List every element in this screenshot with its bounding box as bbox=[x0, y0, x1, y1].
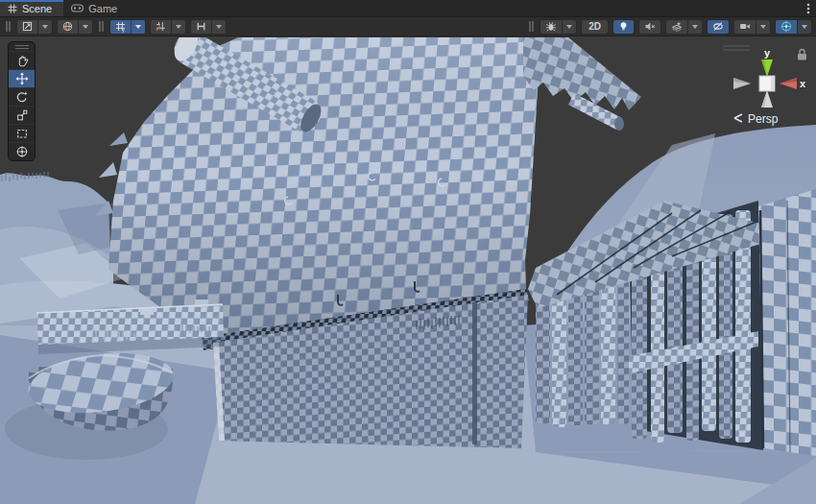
kebab-menu-icon[interactable] bbox=[801, 0, 816, 16]
gizmo-cube[interactable] bbox=[759, 76, 775, 91]
gizmo-drag-handle[interactable] bbox=[723, 46, 750, 50]
eye-hidden-icon[interactable] bbox=[708, 20, 729, 34]
debug-mode-caret[interactable] bbox=[562, 20, 576, 34]
camera-settings-button[interactable] bbox=[733, 19, 771, 35]
persp-arrow-icon bbox=[734, 114, 742, 122]
rect-tool-button[interactable] bbox=[9, 124, 35, 142]
rect-icon bbox=[15, 127, 29, 140]
scene-render bbox=[0, 37, 816, 504]
tab-scene[interactable]: Scene bbox=[0, 0, 63, 16]
overlay-drag-handle[interactable] bbox=[529, 21, 534, 32]
mode-2d-label: 2D bbox=[586, 21, 604, 32]
gizmos-button[interactable] bbox=[775, 19, 812, 35]
gizmo-neg-x-axis[interactable] bbox=[733, 78, 751, 89]
projection-toggle[interactable]: Persp bbox=[734, 112, 779, 126]
snap-bars-icon[interactable] bbox=[191, 20, 211, 34]
projection-label: Persp bbox=[748, 112, 779, 126]
grid-snap-icon[interactable] bbox=[151, 20, 171, 34]
grid-visibility-button[interactable]: y bbox=[109, 19, 146, 35]
view-tool-button[interactable] bbox=[9, 51, 35, 69]
scene-viewport[interactable]: y x bbox=[0, 37, 816, 504]
shaded-cube-icon[interactable] bbox=[17, 20, 37, 34]
move-snap-caret[interactable] bbox=[211, 20, 226, 34]
gizmo-neg-y-axis[interactable] bbox=[761, 90, 773, 108]
move-arrows-icon bbox=[15, 72, 29, 85]
tab-bar: Scene Game bbox=[0, 0, 816, 17]
globe-icon[interactable] bbox=[58, 20, 78, 34]
tools-overlay bbox=[8, 41, 36, 161]
x-axis-label: x bbox=[800, 78, 806, 89]
tab-game[interactable]: Game bbox=[63, 0, 129, 16]
rotate-arrows-icon bbox=[15, 90, 29, 104]
scene-gizmo-overlay: y x bbox=[711, 41, 812, 141]
rotate-tool-button[interactable] bbox=[9, 87, 35, 106]
snap-increment-caret[interactable] bbox=[171, 20, 185, 34]
overlay-drag-handle[interactable] bbox=[6, 21, 11, 32]
draw-mode-button[interactable] bbox=[16, 19, 53, 35]
snap-increment-button[interactable] bbox=[150, 19, 186, 35]
y-axis-label: y bbox=[764, 47, 771, 59]
gizmo-y-axis[interactable]: y bbox=[761, 47, 773, 77]
audio-button[interactable] bbox=[638, 19, 661, 35]
move-snap-button[interactable] bbox=[190, 19, 227, 35]
lighting-button[interactable] bbox=[612, 19, 635, 35]
gizmos-caret[interactable] bbox=[797, 20, 811, 34]
gizmo-x-axis[interactable]: x bbox=[780, 78, 806, 89]
light-bulb-icon[interactable] bbox=[613, 20, 634, 34]
svg-text:y: y bbox=[122, 28, 125, 33]
scale-arrow-icon bbox=[15, 108, 29, 122]
transform-crosshair-icon bbox=[15, 145, 29, 158]
bug-icon[interactable] bbox=[540, 20, 562, 34]
scene-view-toolbar: y 2D bbox=[0, 17, 816, 36]
scale-tool-button[interactable] bbox=[9, 106, 35, 124]
camera-settings-caret[interactable] bbox=[756, 20, 770, 34]
tab-label: Game bbox=[88, 3, 117, 14]
scene-overlays-button[interactable] bbox=[57, 19, 93, 35]
lock-icon[interactable] bbox=[798, 50, 806, 60]
scene-overlays-caret[interactable] bbox=[78, 20, 92, 34]
scene-visibility-button[interactable] bbox=[707, 19, 730, 35]
transform-tool-button[interactable] bbox=[9, 142, 35, 160]
sparkle-layers-icon[interactable] bbox=[666, 20, 687, 34]
gizmo-crosshair-icon[interactable] bbox=[776, 20, 797, 34]
gamepad-icon bbox=[71, 4, 84, 12]
tools-drag-handle[interactable] bbox=[9, 42, 35, 51]
curved-plank-wall[interactable] bbox=[758, 189, 816, 456]
video-camera-icon[interactable] bbox=[734, 20, 756, 34]
grid-icon bbox=[8, 4, 17, 13]
unity-scene-view-window: Scene Game bbox=[0, 0, 816, 504]
effects-caret[interactable] bbox=[687, 20, 702, 34]
mode-2d-button[interactable]: 2D bbox=[581, 19, 609, 35]
move-tool-button[interactable] bbox=[9, 69, 35, 87]
effects-button[interactable] bbox=[665, 19, 703, 35]
draw-mode-caret[interactable] bbox=[37, 20, 52, 34]
grid-axis-icon[interactable]: y bbox=[110, 20, 131, 34]
speaker-muted-icon[interactable] bbox=[639, 20, 660, 34]
hand-icon bbox=[15, 54, 29, 67]
grid-visibility-caret[interactable] bbox=[131, 20, 145, 34]
overlay-drag-handle[interactable] bbox=[99, 21, 104, 32]
tab-label: Scene bbox=[22, 3, 52, 14]
debug-mode-button[interactable] bbox=[540, 19, 577, 35]
